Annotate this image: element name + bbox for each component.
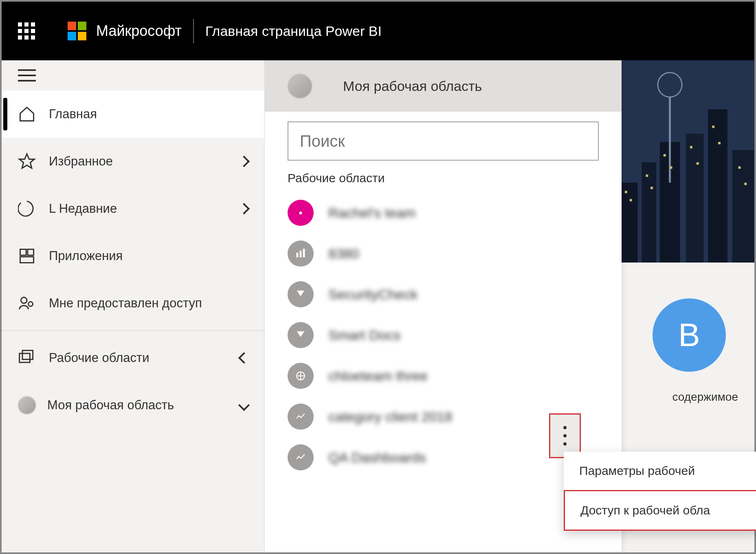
app-launcher-icon[interactable] <box>18 22 35 40</box>
workspace-avatar-circle[interactable]: В <box>653 298 726 372</box>
workspace-search-input[interactable] <box>288 121 599 161</box>
app-title: Главная страница Power BI <box>205 23 382 39</box>
svg-rect-27 <box>697 162 699 165</box>
workspace-name: SecurityCheck <box>328 287 418 302</box>
svg-rect-22 <box>646 174 648 177</box>
nav-my-workspace-label: Моя рабочая область <box>47 398 174 413</box>
nav-shared-label: Мне предоставлен доступ <box>49 296 202 311</box>
svg-rect-0 <box>20 249 26 256</box>
workspace-badge-icon <box>288 281 314 307</box>
workspace-section-label: Рабочие области <box>265 168 622 192</box>
nav-workspaces-label: Рабочие области <box>49 351 149 365</box>
chevron-right-icon <box>238 156 250 167</box>
svg-rect-28 <box>712 126 714 128</box>
chevron-down-icon <box>238 399 250 411</box>
workspace-name: 8380 <box>328 246 359 262</box>
svg-rect-23 <box>651 187 653 189</box>
svg-rect-31 <box>744 183 747 185</box>
nav-apps-label: Приложения <box>49 249 123 263</box>
workspace-name: QA Dashboards <box>328 450 426 466</box>
chevron-left-icon <box>238 352 250 364</box>
svg-point-3 <box>21 297 27 303</box>
top-header: Майкрософт Главная страница Power BI <box>0 0 756 60</box>
svg-rect-15 <box>686 134 703 263</box>
svg-rect-8 <box>300 251 302 257</box>
workspaces-icon <box>18 349 36 367</box>
workspace-item[interactable]: SecurityCheck <box>265 274 622 315</box>
svg-rect-5 <box>20 353 30 362</box>
microsoft-logo-icon <box>68 22 86 40</box>
left-nav: Главная Избранное L Недавние Приложения <box>2 60 265 552</box>
workspace-badge-icon: • <box>288 200 314 226</box>
avatar-icon <box>18 396 36 414</box>
apps-icon <box>18 247 36 265</box>
workspace-item[interactable]: Smart Docs <box>265 315 622 355</box>
nav-my-workspace[interactable]: Моя рабочая область <box>2 382 264 429</box>
svg-rect-13 <box>642 162 656 263</box>
svg-rect-29 <box>718 142 721 144</box>
nav-home[interactable]: Главная <box>2 90 264 138</box>
nav-apps[interactable]: Приложения <box>2 232 264 280</box>
divider <box>193 19 194 43</box>
ctx-workspace-access[interactable]: Доступ к рабочей обла <box>564 490 756 531</box>
svg-rect-26 <box>690 146 692 148</box>
workspace-badge-icon <box>288 322 314 348</box>
svg-rect-6 <box>22 351 33 360</box>
workspace-item[interactable]: • Rachel's team <box>265 192 622 233</box>
nav-home-label: Главная <box>49 107 97 121</box>
workspace-name: Rachel's team <box>328 205 415 221</box>
svg-rect-30 <box>738 166 741 169</box>
hamburger-icon[interactable] <box>18 69 36 82</box>
svg-rect-12 <box>622 183 638 263</box>
svg-rect-1 <box>28 249 34 256</box>
more-vertical-icon <box>563 434 567 437</box>
workspace-name: category client 2018 <box>328 409 452 425</box>
workspace-context-menu: Параметры рабочей Доступ к рабочей обла <box>564 452 756 531</box>
workspace-badge-icon <box>288 444 314 470</box>
workspace-badge-icon <box>288 241 314 267</box>
svg-rect-2 <box>20 257 34 263</box>
workspace-badge-icon <box>288 404 314 430</box>
separator <box>2 330 264 331</box>
star-icon <box>18 152 36 170</box>
svg-rect-9 <box>303 249 305 257</box>
more-vertical-icon <box>563 442 567 446</box>
nav-favorites-label: Избранное <box>49 154 113 169</box>
content-label: содержимое <box>672 391 738 404</box>
svg-rect-25 <box>670 166 672 169</box>
svg-point-4 <box>29 302 33 306</box>
workspace-flyout-header[interactable]: Моя рабочая область <box>265 60 622 112</box>
clock-icon <box>18 200 36 218</box>
more-vertical-icon <box>563 426 567 429</box>
svg-rect-24 <box>664 154 666 157</box>
svg-rect-20 <box>625 191 627 193</box>
nav-favorites[interactable]: Избранное <box>2 138 264 185</box>
svg-rect-17 <box>732 150 754 263</box>
workspace-name: chloeteam three <box>328 368 428 384</box>
workspace-item[interactable]: 8380 <box>265 233 622 274</box>
shared-icon <box>18 294 36 312</box>
workspace-flyout-title: Моя рабочая область <box>343 78 482 94</box>
workspace-badge-icon <box>288 363 314 389</box>
nav-workspaces[interactable]: Рабочие области <box>2 334 264 382</box>
nav-shared[interactable]: Мне предоставлен доступ <box>2 280 264 327</box>
ctx-workspace-settings[interactable]: Параметры рабочей <box>564 452 756 490</box>
svg-rect-21 <box>630 199 632 201</box>
brand-label: Майкрософт <box>96 22 182 40</box>
svg-rect-16 <box>708 109 727 263</box>
nav-recent[interactable]: L Недавние <box>2 185 264 232</box>
workspace-avatar-letter: В <box>678 316 700 354</box>
workspace-item[interactable]: chloeteam three <box>265 355 622 396</box>
svg-rect-7 <box>297 253 299 258</box>
chevron-right-icon <box>238 203 250 214</box>
hero-background <box>622 60 754 263</box>
workspace-name: Smart Docs <box>328 327 401 343</box>
home-icon <box>18 105 36 123</box>
avatar-icon <box>288 74 312 98</box>
nav-recent-label: L Недавние <box>49 201 117 216</box>
